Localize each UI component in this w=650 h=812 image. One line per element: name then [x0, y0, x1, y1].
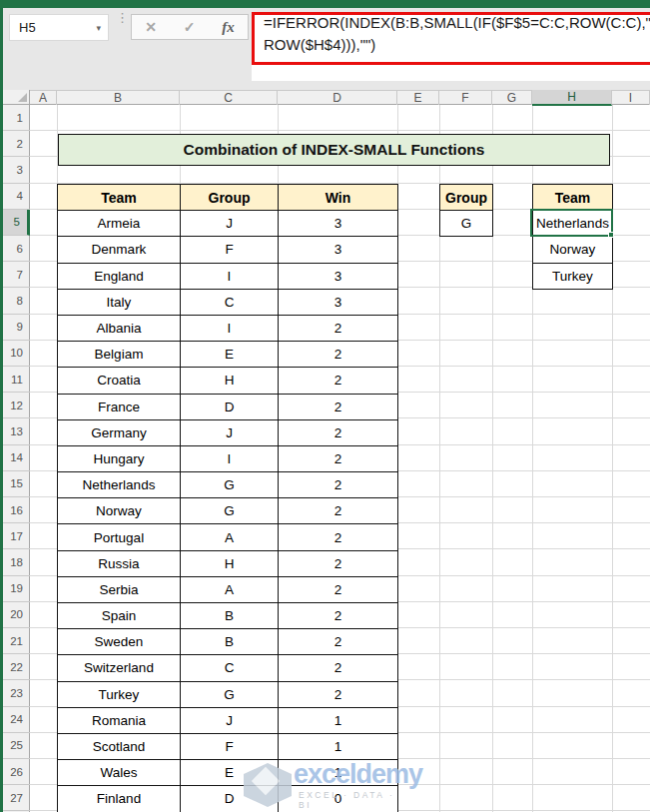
table-cell[interactable]: Sweden [58, 629, 181, 655]
table-cell[interactable]: 2 [279, 550, 398, 576]
table-cell[interactable]: I [181, 263, 279, 289]
row-header-3[interactable]: 3 [3, 157, 30, 183]
table-cell[interactable]: 1 [279, 733, 398, 759]
table-cell[interactable]: D [181, 394, 279, 419]
result-teams-header[interactable]: Team [533, 185, 613, 211]
column-header-e[interactable]: E [397, 90, 439, 105]
table-cell[interactable]: Armeia [58, 211, 181, 237]
table-cell[interactable]: 2 [279, 524, 398, 550]
table-cell[interactable]: C [181, 289, 279, 315]
table-cell[interactable]: Norway [58, 498, 181, 524]
table-cell[interactable]: I [181, 315, 279, 341]
table-cell[interactable]: Switzerland [58, 655, 181, 681]
table-cell[interactable]: C [181, 655, 279, 681]
row-header-5[interactable]: 5 [3, 210, 30, 236]
table-cell[interactable]: Netherlands [58, 472, 181, 498]
group-lookup-header[interactable]: Group [440, 185, 493, 211]
selected-cell-outline[interactable] [530, 209, 613, 237]
cancel-icon[interactable]: ✕ [145, 19, 157, 35]
column-header-i[interactable]: I [612, 90, 650, 105]
table-cell[interactable]: 2 [279, 342, 398, 368]
table-cell[interactable]: 2 [279, 629, 398, 655]
name-box[interactable]: H5 ▾ [9, 14, 109, 41]
table-cell[interactable]: England [58, 263, 181, 289]
table-cell[interactable]: 2 [279, 576, 398, 602]
column-header-b[interactable]: B [57, 90, 180, 105]
row-header-13[interactable]: 13 [3, 418, 30, 444]
sheet-title-cell[interactable]: Combination of INDEX-SMALL Functions [58, 134, 610, 166]
row-header-7[interactable]: 7 [3, 262, 30, 288]
row-header-19[interactable]: 19 [3, 576, 30, 602]
row-header-2[interactable]: 2 [3, 131, 30, 157]
teams-table-col-header[interactable]: Win [279, 185, 398, 211]
row-header-12[interactable]: 12 [3, 393, 30, 418]
table-cell[interactable]: I [181, 445, 279, 471]
row-header-22[interactable]: 22 [3, 654, 30, 680]
row-header-21[interactable]: 21 [3, 628, 30, 654]
table-cell[interactable]: J [181, 707, 279, 733]
table-cell[interactable]: Albania [58, 315, 181, 341]
table-cell[interactable]: 2 [279, 368, 398, 394]
column-header-a[interactable]: A [30, 90, 57, 105]
column-header-g[interactable]: G [492, 90, 532, 105]
column-header-h[interactable]: H [532, 90, 612, 106]
table-cell[interactable]: A [181, 524, 279, 550]
row-header-23[interactable]: 23 [3, 680, 30, 706]
table-cell[interactable]: B [181, 603, 279, 629]
table-cell[interactable]: 0 [279, 786, 398, 812]
result-cell[interactable]: Norway [533, 237, 613, 263]
row-header-27[interactable]: 27 [3, 785, 30, 811]
table-cell[interactable]: A [181, 576, 279, 602]
row-header-15[interactable]: 15 [3, 471, 30, 497]
teams-table-col-header[interactable]: Team [58, 185, 181, 211]
column-header-c[interactable]: C [180, 90, 278, 105]
row-header-10[interactable]: 10 [3, 341, 30, 367]
row-header-17[interactable]: 17 [3, 523, 30, 549]
row-header-4[interactable]: 4 [3, 184, 30, 210]
row-header-16[interactable]: 16 [3, 497, 30, 523]
row-header-24[interactable]: 24 [3, 707, 30, 733]
table-cell[interactable]: G [181, 681, 279, 707]
table-cell[interactable]: 2 [279, 315, 398, 341]
teams-table[interactable]: TeamGroupWin ArmeiaJ3DenmarkF3EnglandI3I… [57, 184, 398, 812]
table-cell[interactable]: Turkey [58, 681, 181, 707]
table-cell[interactable]: 1 [279, 760, 398, 786]
row-header-6[interactable]: 6 [3, 236, 30, 262]
table-cell[interactable]: Scotland [58, 733, 181, 759]
formula-bar[interactable]: =IFERROR(INDEX(B:B,SMALL(IF($F$5=C:C,ROW… [252, 12, 650, 81]
table-cell[interactable]: G [181, 498, 279, 524]
table-cell[interactable]: 3 [279, 237, 398, 263]
table-cell[interactable]: 2 [279, 603, 398, 629]
table-cell[interactable]: E [181, 760, 279, 786]
table-cell[interactable]: Germany [58, 419, 181, 445]
table-cell[interactable]: G [181, 472, 279, 498]
confirm-icon[interactable]: ✓ [184, 19, 196, 35]
row-header-26[interactable]: 26 [3, 759, 30, 785]
row-header-9[interactable]: 9 [3, 315, 30, 341]
insert-function-icon[interactable]: fx [222, 19, 235, 36]
row-header-20[interactable]: 20 [3, 602, 30, 628]
table-cell[interactable]: Serbia [58, 576, 181, 602]
table-cell[interactable]: Romania [58, 707, 181, 733]
select-all-button[interactable] [3, 90, 30, 105]
table-cell[interactable]: 1 [279, 707, 398, 733]
teams-table-col-header[interactable]: Group [181, 185, 279, 211]
table-cell[interactable]: Spain [58, 603, 181, 629]
table-cell[interactable]: 3 [279, 211, 398, 237]
table-cell[interactable]: F [181, 733, 279, 759]
table-cell[interactable]: 2 [279, 498, 398, 524]
table-cell[interactable]: Belgiam [58, 342, 181, 368]
group-lookup-table[interactable]: Group G [439, 184, 493, 237]
table-cell[interactable]: 2 [279, 655, 398, 681]
table-cell[interactable]: Denmark [58, 237, 181, 263]
column-header-f[interactable]: F [439, 90, 492, 105]
table-cell[interactable]: Hungary [58, 445, 181, 471]
row-header-14[interactable]: 14 [3, 445, 30, 471]
row-header-8[interactable]: 8 [3, 288, 30, 314]
table-cell[interactable]: Croatia [58, 368, 181, 394]
table-cell[interactable]: H [181, 550, 279, 576]
table-cell[interactable]: Finland [58, 786, 181, 812]
table-cell[interactable]: 2 [279, 445, 398, 471]
table-cell[interactable]: H [181, 368, 279, 394]
row-header-18[interactable]: 18 [3, 549, 30, 575]
